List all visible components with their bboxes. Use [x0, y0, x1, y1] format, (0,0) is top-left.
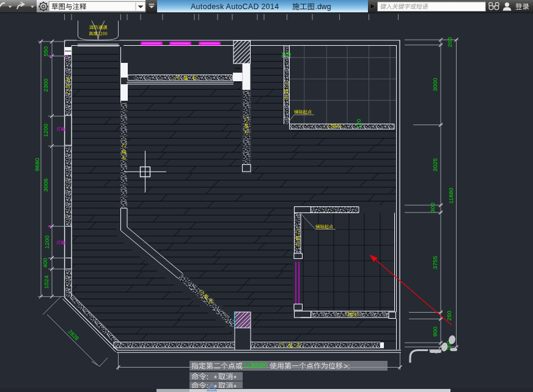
svg-text:>:: >: [344, 362, 350, 371]
svg-text:Autodesk AutoCAD 2014: Autodesk AutoCAD 2014 [191, 2, 279, 11]
svg-text:400: 400 [42, 258, 48, 268]
svg-text:1200: 1200 [42, 123, 49, 137]
svg-text:3025: 3025 [432, 158, 438, 172]
svg-text:300: 300 [429, 202, 436, 212]
svg-text:120: 120 [281, 51, 292, 57]
svg-text:250: 250 [446, 310, 452, 321]
svg-text:1200: 1200 [43, 235, 50, 249]
svg-text:1024: 1024 [43, 275, 50, 289]
svg-text:3755: 3755 [432, 256, 438, 269]
svg-text:550: 550 [42, 46, 49, 56]
svg-text:200: 200 [446, 37, 453, 47]
svg-text:120: 120 [355, 118, 362, 129]
svg-text:3000: 3000 [432, 78, 438, 91]
svg-text:11680: 11680 [447, 187, 454, 204]
svg-text:900: 900 [432, 326, 438, 336]
svg-text:3006: 3006 [42, 178, 49, 192]
svg-text:9680: 9680 [34, 158, 40, 171]
svg-text:10650: 10650 [243, 361, 266, 370]
svg-text:.dwg: .dwg [315, 2, 331, 11]
svg-text:2300: 2300 [42, 78, 49, 92]
